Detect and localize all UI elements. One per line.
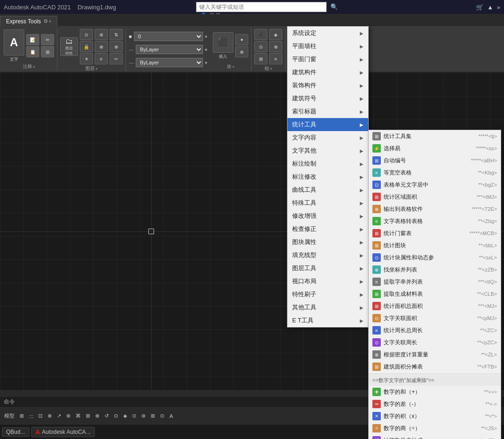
note-btn[interactable]: 📝: [26, 34, 39, 45]
sub-shuzi-ji[interactable]: × 数字的积（x） **<*>: [369, 410, 501, 422]
annot-btn2[interactable]: 📋: [26, 46, 39, 57]
sub-tongji-mianji-zong[interactable]: ⊞ 统计面积总面积 ***<MJ>: [369, 300, 501, 312]
sub-tongji-mianji[interactable]: ⊞ 统计区域面积 ***<tMJ>: [369, 191, 501, 203]
menu-wenzi[interactable]: 文字内容 ▶: [287, 131, 368, 144]
status-sc[interactable]: ⊙: [130, 411, 139, 420]
tab-dropdown-icon[interactable]: ▾: [49, 19, 51, 24]
status-ortho[interactable]: ⊡: [36, 411, 45, 420]
insert-btn[interactable]: ⬛: [213, 32, 233, 53]
menu-wenziqita[interactable]: 文字其他 ▶: [287, 144, 368, 157]
menu-xiugai-zengqiang[interactable]: 修改增强 ▶: [287, 209, 368, 223]
bylayer-dropdown2[interactable]: ByLayer: [136, 58, 203, 67]
layer-btn9[interactable]: ✂: [110, 53, 123, 64]
status-ducs[interactable]: ⊞: [84, 411, 92, 420]
menu-pingmianchuanghu[interactable]: 平面门窗 ▶: [287, 53, 368, 66]
menu-tuceng[interactable]: 图层工具 ▶: [287, 262, 368, 275]
group-btn2[interactable]: ⊙: [254, 41, 267, 52]
menu-xitongsheding[interactable]: 系统设定 ▶: [287, 27, 368, 40]
menu-qitagonju[interactable]: 其他工具 ▶: [287, 301, 368, 314]
menu-biaozhuhuizhi[interactable]: 标注绘制 ▶: [287, 157, 368, 170]
layer-dropdown[interactable]: 0: [134, 32, 203, 41]
menu-jianzhu[interactable]: 建筑构件 ▶: [287, 66, 368, 79]
layer-btn4[interactable]: ⊛: [95, 29, 108, 40]
tab-express-tools[interactable]: Express Tools ⚙ ▾: [0, 16, 57, 26]
sub-biaoge-wenzi[interactable]: ⊡ 表格单元文字居中 **<bgZ>: [369, 179, 501, 191]
status-otrack[interactable]: ⌘: [73, 411, 83, 420]
taskbar-qbud[interactable]: QBud...: [2, 427, 29, 437]
sub-tongji-tukuai[interactable]: ⊞ 统计图块 **<bbL>: [369, 239, 501, 251]
table-btn[interactable]: ⊞: [41, 46, 54, 57]
menu-teshu[interactable]: 特殊工具 ▶: [287, 196, 368, 209]
sub-midu-zhongliang[interactable]: ⊕ 根据密度计算重量 **<ZL>: [369, 348, 501, 361]
status-3dosnap[interactable]: ⊛: [64, 411, 73, 420]
layer-btn6[interactable]: ≡: [95, 53, 108, 64]
status-osnap[interactable]: ↗: [55, 411, 63, 420]
menu-et-tools[interactable]: E T工具 ▶: [287, 314, 368, 327]
group-btn3[interactable]: ⊞: [254, 53, 267, 64]
layer-prop-btn[interactable]: 🗂 图层特性: [60, 37, 78, 56]
status-anno[interactable]: A: [167, 412, 175, 420]
sub-xuanze-yi[interactable]: ⚡ 选择易 *****<ss>: [369, 142, 501, 154]
sub-zidon-biaohao[interactable]: ⊞ 自动编号 *****<aBH>: [369, 154, 501, 167]
sub-wenzi-biaoge[interactable]: ≡ 文字表格转表格 **<Zbg>: [369, 215, 501, 227]
sub-wenzi-guanlian-zhouchang[interactable]: ⊙ 文字关联周长 **<pZC>: [369, 336, 501, 348]
expand-icon[interactable]: »: [497, 4, 500, 11]
sub-tongji-zhouchang[interactable]: ≡ 统计周长总周长 **<ZC>: [369, 324, 501, 336]
sub-jianzhu-mianji-fentang[interactable]: ⊞ 建筑面积分摊表 **<FTB>: [369, 361, 501, 373]
text-button[interactable]: A: [4, 29, 24, 56]
bylayer-expand1[interactable]: ▾: [205, 47, 207, 52]
block-btn2[interactable]: ⊕: [235, 46, 248, 57]
group-btn1[interactable]: ⬛: [254, 29, 267, 40]
sub-dengkuan-biaoge[interactable]: ≡ 等宽空表格 **<Kbg>: [369, 167, 501, 179]
group-btn4[interactable]: ◈: [269, 29, 282, 40]
search-input[interactable]: [196, 2, 327, 12]
menu-jianzhufu[interactable]: 建筑符号 ▶: [287, 92, 368, 105]
sub-tiquzichuan[interactable]: ≡ 提取字串并列表 ***<ttQ>: [369, 276, 501, 288]
sub-jisuan-biaodashi[interactable]: JS 计算数学表达式 **<JS>: [369, 434, 501, 439]
sub-tiqucailiao[interactable]: ⊞ 提取生成材料表 **<CLB>: [369, 288, 501, 300]
menu-zhuangshi[interactable]: 装饰构件 ▶: [287, 79, 368, 92]
note-btn2[interactable]: ✏: [41, 34, 54, 45]
sub-zuobiao-liebiao[interactable]: ⊕ 找坐标并列表 **<zZB>: [369, 264, 501, 276]
group-btn6[interactable]: ≡: [269, 53, 282, 64]
menu-quxian[interactable]: 曲线工具 ▶: [287, 183, 368, 196]
taskbar-autocad[interactable]: A Autodesk AutoCA...: [31, 427, 95, 437]
sub-shuzi-cha[interactable]: − 数字的差（-） **<->: [369, 398, 501, 410]
status-dyn[interactable]: ⊕: [93, 411, 102, 420]
bylayer-dropdown1[interactable]: ByLayer: [136, 45, 203, 54]
menu-biaozhuxiugai[interactable]: 标注修改 ▶: [287, 170, 368, 183]
triangle-icon[interactable]: ▲: [487, 4, 493, 11]
sub-tongji-kuai-suxing[interactable]: ⊙ 统计块属性和动态参 **<sxL>: [369, 251, 501, 264]
layer-btn8[interactable]: ⊕: [110, 41, 123, 52]
layer-btn1[interactable]: ⊙: [80, 29, 93, 40]
sub-tongjigongju-ji[interactable]: ⊞ 统计工具集 *****<tj>: [369, 130, 501, 142]
sub-shuzi-shang[interactable]: ÷ 数字的商（÷） **<JS>: [369, 422, 501, 434]
sub-wenzi-guanlian-mianji[interactable]: ⊙ 文字关联面积 **<pMJ>: [369, 312, 501, 324]
status-polar[interactable]: ⊕: [45, 411, 54, 420]
status-ts[interactable]: ⊞: [148, 411, 157, 420]
layer-expand[interactable]: ▾: [205, 34, 207, 39]
status-tp[interactable]: ⊙: [112, 411, 120, 420]
menu-pingmianzhuzhou[interactable]: 平面墙柱 ▶: [287, 40, 368, 53]
sub-tongji-menchuang[interactable]: ⊞ 统计门窗表 *****<MCB>: [369, 227, 501, 239]
menu-tianmi[interactable]: 填充线型 ▶: [287, 249, 368, 262]
status-model[interactable]: 模型: [2, 411, 17, 421]
layer-btn5[interactable]: ⊗: [95, 41, 108, 52]
status-snap[interactable]: :::: [27, 412, 35, 420]
group-btn5[interactable]: ⊗: [269, 41, 282, 52]
status-am[interactable]: ⊚: [139, 411, 148, 420]
cart-icon[interactable]: 🛒: [476, 4, 483, 11]
sub-shuchu-biaoge[interactable]: ⊕ 输出到表格软件 *****<T2E>: [369, 203, 501, 215]
block-btn1[interactable]: ✦: [235, 34, 248, 45]
tab-settings-icon[interactable]: ⚙: [43, 18, 48, 24]
menu-tukuai[interactable]: 图块属性 ▶: [287, 236, 368, 249]
layer-btn7[interactable]: ⇅: [110, 29, 123, 40]
menu-suoyinbiati[interactable]: 索引标题 ▶: [287, 105, 368, 118]
menu-jiancha[interactable]: 检查修正 ▶: [287, 223, 368, 236]
menu-teshuashua[interactable]: 特性刷子 ▶: [287, 288, 368, 301]
status-qp[interactable]: ◈: [121, 411, 129, 420]
bylayer-expand2[interactable]: ▾: [205, 60, 207, 65]
status-grid[interactable]: ⊞: [17, 411, 26, 420]
layer-btn2[interactable]: 🔒: [80, 41, 93, 52]
layer-btn3[interactable]: ☀: [80, 53, 93, 64]
